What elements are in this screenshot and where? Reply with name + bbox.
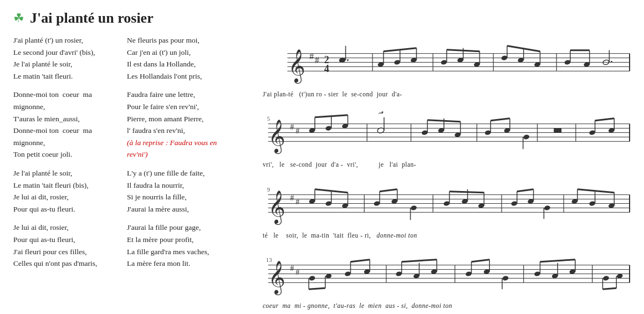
svg-text:13: 13 [266, 256, 272, 262]
page-title: J'ai planté un rosier [30, 10, 154, 27]
svg-point-115 [410, 205, 417, 210]
stanza-8: J'aurai la fille pour gage, Et la mère p… [127, 222, 246, 269]
svg-line-28 [447, 50, 479, 52]
svg-text:𝄞: 𝄞 [288, 49, 305, 84]
svg-text:#: # [290, 264, 294, 272]
svg-text:#: # [290, 193, 294, 202]
svg-text:#: # [315, 55, 319, 65]
svg-line-114 [380, 189, 397, 191]
staff-2: 𝄞 5 # # ⌢ [257, 105, 631, 172]
lyrics-columns: J'ai planté (t') un rosier, Le second jo… [13, 34, 246, 276]
stanza-5: Ne fleuris pas pour moi, Car j'en ai (t'… [127, 34, 246, 82]
svg-point-12 [347, 59, 349, 61]
svg-point-82 [523, 134, 530, 140]
staff-svg-2: 𝄞 5 # # ⌢ [257, 105, 631, 160]
staff-svg-1: 𝄞 # # 2 4 [257, 34, 631, 90]
svg-line-160 [351, 259, 370, 261]
svg-line-168 [402, 259, 437, 261]
staff-3-lyrics: té le soir, le ma-tin 'tait fleu - ri, d… [257, 231, 631, 240]
svg-text:𝄞: 𝄞 [268, 261, 285, 296]
svg-text:𝄞: 𝄞 [268, 120, 285, 155]
svg-text:#: # [290, 123, 294, 131]
svg-point-130 [544, 205, 551, 210]
svg-line-184 [540, 259, 575, 261]
svg-line-190 [602, 288, 616, 289]
svg-point-186 [602, 275, 610, 281]
staff-1: 𝄞 # # 2 4 [257, 34, 631, 101]
svg-rect-85 [554, 128, 561, 133]
lyrics-section: J'ai planté (t') un rosier, Le second jo… [13, 34, 252, 314]
svg-text:#: # [295, 268, 299, 276]
svg-point-45 [611, 61, 612, 63]
svg-line-75 [427, 120, 460, 122]
svg-line-155 [309, 288, 325, 289]
svg-line-124 [449, 191, 484, 192]
svg-point-175 [502, 275, 509, 281]
stanza-4: Je lui ai dit, rosier, Pour qui as-tu fl… [13, 222, 127, 269]
svg-text:𝄞: 𝄞 [268, 191, 285, 225]
lyrics-col-left: J'ai planté (t') un rosier, Le second jo… [13, 34, 127, 276]
italic-text: (à la reprise : Faudra vous en [127, 138, 217, 147]
svg-line-81 [490, 119, 510, 121]
page-header: ☘ J'ai planté un rosier [13, 10, 631, 27]
svg-text:#: # [295, 198, 299, 206]
staff-4-lyrics: coeur ma mi - gnonne, t'au-ras le mien a… [257, 301, 631, 311]
svg-line-132 [517, 189, 534, 191]
svg-text:9: 9 [267, 186, 270, 192]
svg-line-174 [472, 259, 490, 261]
stanza-3: Je l'ai planté le soir, Le matin 'tait f… [13, 167, 127, 215]
svg-line-140 [577, 189, 614, 192]
svg-text:5: 5 [267, 115, 270, 122]
main-content: J'ai planté (t') un rosier, Le second jo… [13, 34, 631, 314]
vine-icon: ☘ [13, 11, 24, 25]
svg-line-62 [315, 115, 347, 117]
svg-point-151 [309, 275, 316, 281]
stanza-7: L'y a (t') une fille de faite, Il faudra… [127, 167, 246, 215]
italic-text-2: rev'ni') [127, 150, 148, 158]
stanza-6: Faudra faire une lettre, Pour le faire s… [127, 89, 246, 161]
svg-text:#: # [295, 127, 299, 136]
staff-svg-4: 𝄞 13 # # [257, 246, 631, 301]
staff-1-lyrics: J'ai plan-té (t')un ro - sier le se-cond… [257, 90, 631, 99]
staff-2-lyrics: vri', le se-cond jour d'a - vri', je l'a… [257, 160, 631, 169]
music-section: 𝄞 # # 2 4 [252, 34, 631, 314]
svg-line-91 [595, 119, 615, 121]
stanza-1: J'ai planté (t') un rosier, Le second jo… [13, 34, 127, 82]
staff-4: 𝄞 13 # # [257, 246, 631, 313]
staff-3: 𝄞 9 # # [257, 176, 631, 243]
svg-text:#: # [309, 52, 314, 61]
svg-point-67 [382, 112, 384, 114]
svg-text:4: 4 [324, 63, 329, 74]
stanza-2: Donne-moi ton coeur ma mignonne, T'auras… [13, 89, 127, 161]
staff-svg-3: 𝄞 9 # # [257, 176, 631, 231]
lyrics-col-right: Ne fleuris pas pour moi, Car j'en ai (t'… [127, 34, 246, 276]
